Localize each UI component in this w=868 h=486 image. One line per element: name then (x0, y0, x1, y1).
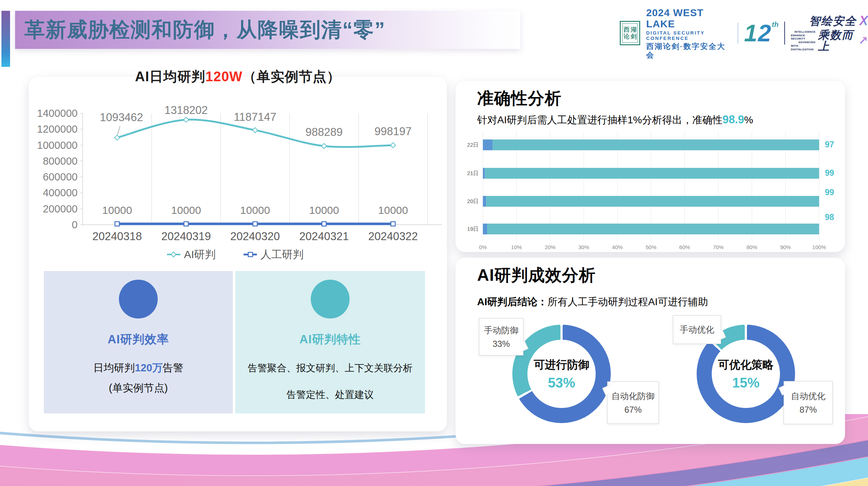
bar-segment-ai (487, 224, 819, 234)
data-point-marker (115, 222, 119, 226)
legend-label-ai: AI研判 (184, 248, 216, 260)
x-tick-label: 70% (713, 244, 724, 250)
bar-segment-ai (486, 196, 819, 207)
bar-value-label: 97.1% (825, 140, 834, 149)
data-point-marker (184, 222, 188, 226)
legend-marker-ai-point (171, 252, 176, 257)
info-card-ai-efficiency: AI研判效率 日均研判120万告警 (单实例节点) (44, 271, 233, 413)
edition-12th-logo: 12 th (744, 22, 779, 44)
x-tick-label: 40% (612, 244, 623, 250)
y-tick-label: 800000 (43, 155, 78, 167)
x-tick-label: 0% (479, 244, 487, 250)
callout-manual-defense: 手动防御 33% (479, 318, 523, 356)
x-tick-label: 20240318 (92, 230, 142, 243)
info-card-title: AI研判特性 (235, 331, 425, 348)
effect-panel: AI研判成效分析 AI研判后结论：所有人工手动研判过程AI可进行辅助 可进行防御… (456, 258, 845, 444)
defense-donut-chart: 可进行防御 53% (512, 325, 611, 423)
x-tick-label: 20240320 (230, 230, 280, 243)
data-label-manual: 10000 (309, 204, 339, 216)
legend-label-manual: 人工研判 (260, 248, 304, 260)
x-tick-label: 60% (679, 244, 690, 250)
accuracy-subtitle: 针对AI研判后需人工处置进行抽样1%分析得出，准确性98.9% (477, 113, 753, 127)
x-tick-label: 20240322 (368, 230, 418, 243)
conference-title: 2024 WEST LAKE (646, 7, 732, 30)
bar-segment-manual (483, 168, 485, 179)
info-card-highlight: 120万 (135, 362, 162, 373)
line-chart-title: AI日均研判120W（单实例节点） (29, 68, 447, 86)
data-label-manual: 10000 (171, 204, 201, 216)
callout-auto-defense: 自动化防御 67% (607, 381, 659, 424)
defense-donut-center: 可进行防御 53% (527, 340, 596, 408)
bar-category-label: 3月22日 (466, 142, 479, 148)
slogan-x-mark: X (859, 14, 868, 27)
accuracy-value: 98.9 (722, 113, 744, 126)
slogan-english-caption: INTELLIGENCE ENHANCE SECURITY ADVANCING … (791, 30, 816, 51)
conference-subtitle-en: DIGITAL SECURITY CONFERENCE (646, 30, 732, 41)
edition-number: 12 (744, 22, 772, 44)
slogan-line1: 智绘安全 (809, 15, 857, 27)
info-card-line1: 告警聚合、报文研判、上下文关联分析 (235, 362, 425, 375)
data-label-ai: 998197 (374, 125, 411, 138)
effect-subtitle: AI研判后结论：所有人工手动研判过程AI可进行辅助 (477, 295, 708, 309)
header-logos: 西湖论剑 2024 WEST LAKE DIGITAL SECURITY CON… (620, 16, 868, 50)
slogan-logo: 智绘安全 X INTELLIGENCE ENHANCE SECURITY ADV… (791, 14, 868, 52)
info-card-line1: 日均研判120万告警 (44, 361, 233, 375)
data-point-marker (391, 222, 395, 226)
y-tick-label: 1200000 (37, 123, 78, 135)
header-banner: 革新威胁检测和防御，从降噪到清“零” (15, 11, 520, 49)
bar-category-label: 3月20日 (466, 198, 479, 204)
bar-segment-manual (483, 224, 487, 234)
bar-category-label: 3月21日 (466, 170, 479, 176)
logo-divider-dark (784, 22, 785, 45)
efficiency-circle-icon (119, 280, 158, 318)
y-tick-label: 400000 (43, 187, 78, 198)
effect-heading: AI研判成效分析 (477, 264, 596, 286)
header-accent-strip (1, 11, 10, 67)
bar-value-label: 98.7% (825, 212, 834, 222)
x-tick-label: 20240319 (161, 230, 211, 243)
westlake-seal-logo: 西湖论剑 (620, 21, 640, 45)
data-label-ai: 1318202 (165, 104, 208, 116)
legend-marker-manual-point (248, 252, 253, 257)
data-label-ai: 1187147 (234, 111, 276, 123)
conference-wordmark: 2024 WEST LAKE DIGITAL SECURITY CONFEREN… (646, 7, 732, 59)
bar-segment-ai (485, 168, 819, 179)
data-label-ai: 1093462 (100, 111, 143, 124)
ai-volume-panel: AI日均研判120W（单实例节点） 0200000400000600000800… (29, 77, 447, 431)
edition-suffix: th (772, 20, 779, 29)
x-tick-label: 80% (747, 244, 757, 250)
data-point-marker (322, 143, 327, 148)
info-card-title: AI研判效率 (44, 331, 233, 348)
x-tick-label: 20% (545, 244, 555, 250)
slogan-line2: 乘数而上 (818, 29, 856, 52)
data-point-marker (184, 117, 189, 122)
bar-category-label: 3月19日 (466, 226, 479, 232)
data-label-manual: 10000 (240, 204, 270, 216)
x-tick-label: 50% (646, 244, 656, 250)
features-circle-icon (311, 280, 350, 318)
data-label-ai: 988289 (305, 126, 342, 138)
info-card-line2: (单实例节点) (44, 381, 233, 395)
data-point-marker (115, 135, 120, 140)
data-point-marker (322, 222, 326, 226)
bar-value-label: 99.4% (825, 168, 834, 178)
bar-segment-manual (483, 139, 493, 150)
info-card-ai-features: AI研判特性 告警聚合、报文研判、上下文关联分析 告警定性、处置建议 (235, 271, 425, 413)
accuracy-panel: 准确性分析 针对AI研判后需人工处置进行抽样1%分析得出，准确性98.9% 0%… (456, 81, 845, 252)
page-title: 革新威胁检测和防御，从降噪到清“零” (24, 16, 385, 44)
y-tick-label: 0 (72, 219, 78, 230)
y-tick-label: 600000 (43, 171, 78, 183)
accuracy-heading: 准确性分析 (477, 87, 562, 110)
bar-segment-manual (483, 196, 486, 207)
info-card-line2: 告警定性、处置建议 (235, 388, 425, 401)
x-tick-label: 10% (511, 244, 522, 250)
seal-characters: 西湖论剑 (623, 26, 637, 40)
x-tick-label: 30% (578, 244, 589, 250)
conference-subtitle-cn: 西湖论剑·数字安全大会 (646, 42, 732, 59)
bar-segment-ai (493, 139, 819, 150)
line-chart: 0200000400000600000800000100000012000001… (29, 102, 447, 267)
slogan-arrow-icon: ↗ (858, 35, 868, 46)
logo-divider (738, 23, 738, 43)
label-leader-line (117, 126, 120, 135)
optimize-donut-center: 可优化策略 15% (712, 340, 780, 408)
